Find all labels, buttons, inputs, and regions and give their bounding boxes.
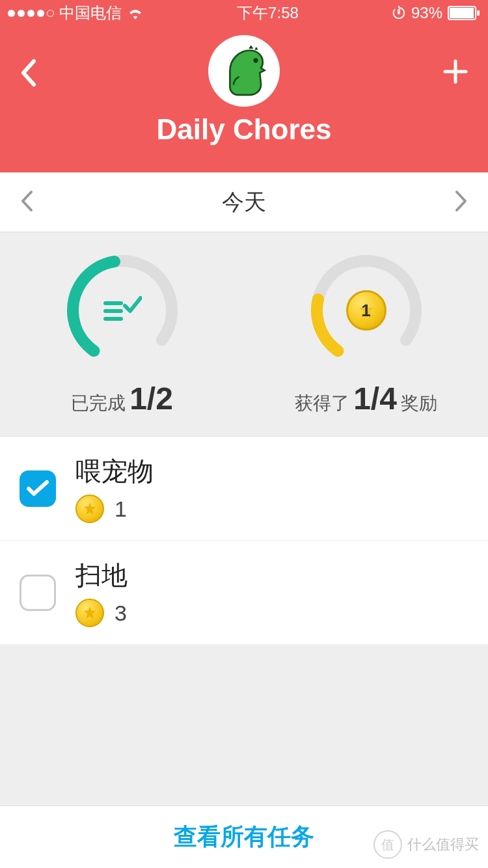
task-title: 扫地 <box>75 558 128 593</box>
date-nav: 今天 <box>0 172 488 232</box>
task-item[interactable]: 扫地 3 <box>0 541 488 645</box>
header: Daily Chores <box>0 26 488 172</box>
add-button[interactable] <box>442 59 468 87</box>
completed-prefix: 已完成 <box>71 391 126 416</box>
prev-day-button[interactable] <box>20 190 34 215</box>
checklist-icon <box>103 294 142 327</box>
rewards-value: 1/4 <box>353 381 397 416</box>
battery-icon <box>448 6 480 20</box>
coin-badge-value: 1 <box>361 301 370 321</box>
dinosaur-icon <box>215 42 273 100</box>
avatar[interactable] <box>208 35 280 107</box>
svg-rect-2 <box>450 8 474 18</box>
progress-section: 已完成 1/2 1 获得了 1/4 奖励 <box>0 232 488 437</box>
rewards-prefix: 获得了 <box>295 391 349 416</box>
rewards-progress: 1 获得了 1/4 奖励 <box>269 252 464 416</box>
svg-point-4 <box>253 58 258 62</box>
back-button[interactable] <box>20 59 38 90</box>
battery-percent: 93% <box>411 4 442 22</box>
rotation-lock-icon <box>392 6 406 20</box>
svg-rect-0 <box>398 11 400 14</box>
task-body: 扫地 3 <box>75 558 128 627</box>
task-checkbox-unchecked[interactable] <box>20 575 56 611</box>
status-bar: 中国电信 下午7:58 93% <box>0 0 488 26</box>
watermark-text: 什么值得买 <box>407 835 479 854</box>
task-reward: 1 <box>75 495 154 523</box>
watermark: 值 什么值得买 <box>373 830 479 859</box>
check-icon <box>26 480 49 498</box>
svg-rect-3 <box>477 10 480 16</box>
page-title: Daily Chores <box>157 113 332 146</box>
task-reward-value: 1 <box>115 496 127 522</box>
task-list: 喂宠物 1 扫地 3 <box>0 437 488 645</box>
status-left: 中国电信 <box>8 3 144 23</box>
view-all-tasks-link[interactable]: 查看所有任务 <box>174 821 314 853</box>
coin-badge-icon: 1 <box>346 290 386 331</box>
completed-progress: 已完成 1/2 <box>25 252 220 416</box>
wifi-icon <box>127 7 144 20</box>
watermark-logo-icon: 值 <box>373 830 402 859</box>
carrier-label: 中国电信 <box>59 3 122 23</box>
task-checkbox-checked[interactable] <box>20 470 56 507</box>
rewards-suffix: 奖励 <box>401 391 437 416</box>
task-title: 喂宠物 <box>75 454 154 489</box>
status-right: 93% <box>392 4 480 22</box>
completed-value: 1/2 <box>129 381 173 416</box>
coin-icon <box>75 599 104 627</box>
status-time: 下午7:58 <box>237 3 299 23</box>
signal-icon <box>8 10 54 17</box>
task-reward-value: 3 <box>115 601 127 626</box>
coin-icon <box>75 495 104 523</box>
task-reward: 3 <box>75 599 128 627</box>
task-body: 喂宠物 1 <box>75 454 154 523</box>
task-item[interactable]: 喂宠物 1 <box>0 437 488 541</box>
date-label: 今天 <box>222 187 266 217</box>
next-day-button[interactable] <box>454 190 468 215</box>
